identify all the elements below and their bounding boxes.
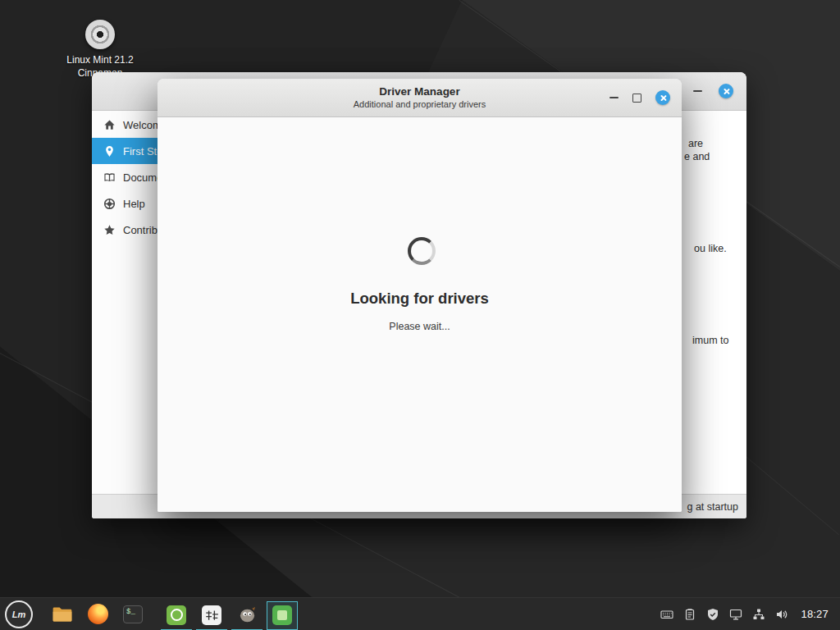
firefox-icon [88, 604, 108, 624]
driver-manager-icon [272, 605, 292, 625]
pin-icon [103, 145, 116, 158]
content-text-fragment: ou like. [694, 243, 727, 254]
window-subtitle: Additional and proprietary drivers [354, 98, 486, 110]
home-icon [103, 119, 116, 131]
driver-manager-body: Looking for drivers Please wait... [158, 117, 682, 512]
loading-spinner-icon [408, 237, 436, 265]
status-text: Please wait... [158, 321, 682, 332]
content-text-fragment: imum to [692, 335, 728, 346]
disc-icon [85, 20, 115, 49]
folder-icon [52, 604, 73, 625]
window-title: Driver Manager [379, 85, 459, 98]
minimize-icon[interactable] [693, 90, 702, 92]
driver-manager-window: Driver Manager Additional and proprietar… [158, 79, 682, 512]
desktop-icon-label-line1: Linux Mint 21.2 [51, 54, 149, 67]
taskbar-panel: Lm $_ [0, 597, 840, 630]
driver-manager-headerbar[interactable]: Driver Manager Additional and proprietar… [158, 79, 682, 117]
network-icon[interactable] [751, 607, 765, 621]
status-heading: Looking for drivers [158, 290, 682, 308]
task-welcome-app[interactable] [161, 601, 192, 630]
panel-clock[interactable]: 18:27 [801, 608, 829, 620]
mint-menu-button[interactable]: Lm [5, 600, 33, 628]
display-icon[interactable] [728, 607, 742, 621]
clipboard-icon[interactable] [682, 607, 696, 621]
close-icon[interactable] [719, 84, 733, 98]
task-gimp-app[interactable] [231, 601, 262, 630]
content-text-fragment: are [688, 138, 703, 149]
input-method-icon [202, 605, 221, 625]
firefox-launcher[interactable] [86, 603, 109, 626]
close-icon[interactable] [655, 90, 670, 105]
files-launcher[interactable] [51, 603, 74, 626]
gimp-icon [238, 605, 257, 624]
star-icon [103, 224, 116, 236]
lifebuoy-icon [103, 198, 116, 210]
minimize-icon[interactable] [609, 97, 619, 98]
shield-icon[interactable] [705, 607, 719, 621]
terminal-launcher[interactable]: $_ [121, 603, 144, 626]
book-icon [103, 171, 116, 184]
task-driver-manager-app[interactable] [267, 601, 298, 630]
terminal-icon: $_ [123, 605, 143, 623]
sidebar-item-label: Help [123, 198, 145, 210]
maximize-icon[interactable] [632, 94, 641, 103]
task-input-method-app[interactable] [196, 601, 227, 630]
desktop-icon-linux-mint-iso[interactable]: Linux Mint 21.2 Cinnamon [51, 20, 149, 80]
startup-toggle-label[interactable]: g at startup [687, 501, 738, 513]
content-text-fragment: e and [684, 151, 710, 162]
keyboard-icon[interactable] [660, 607, 673, 621]
volume-icon[interactable] [774, 607, 788, 621]
mint-welcome-icon [167, 605, 186, 625]
mint-logo-icon: Lm [12, 609, 26, 619]
